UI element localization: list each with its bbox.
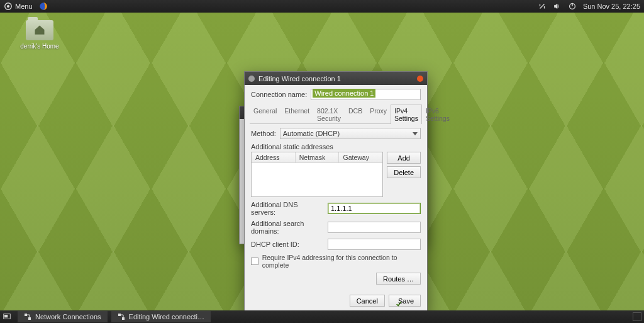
tab-general[interactable]: General [250, 105, 280, 124]
top-panel: Menu Sun Nov 25, 22:25 [0, 0, 644, 13]
dns-input[interactable] [328, 203, 421, 214]
dhcp-client-id-label: DHCP client ID: [251, 241, 324, 248]
method-combo[interactable]: Automatic (DHCP) [280, 128, 421, 139]
connection-name-value: Wired connection 1 [313, 89, 375, 98]
col-address: Address [252, 152, 296, 162]
menu-label: Menu [15, 3, 33, 10]
titlebar[interactable]: Editing Wired connection 1 [245, 72, 427, 85]
save-button[interactable]: Save [389, 295, 421, 307]
add-button[interactable]: Add [387, 152, 421, 164]
home-folder-label: derrik's Home [18, 43, 62, 50]
home-folder-icon[interactable]: derrik's Home [18, 20, 62, 50]
window-title: Editing Wired connection 1 [258, 75, 413, 82]
house-icon [30, 24, 50, 37]
delete-button[interactable]: Delete [387, 166, 421, 178]
connection-name-input[interactable]: Wired connection 1 [311, 89, 421, 100]
addresses-section-label: Additional static addresses [251, 143, 421, 150]
task-label: Editing Wired connecti… [129, 313, 204, 320]
volume-tray-icon[interactable] [553, 2, 562, 11]
network-icon [118, 313, 125, 320]
svg-rect-9 [118, 314, 121, 316]
require-ipv4-checkbox[interactable] [251, 258, 258, 265]
svg-rect-7 [25, 314, 27, 316]
cancel-button[interactable]: Cancel [350, 295, 385, 307]
tab-ethernet[interactable]: Ethernet [280, 105, 313, 124]
save-label: Save [398, 297, 414, 305]
tab-8021x[interactable]: 802.1X Security [313, 105, 345, 124]
tab-proxy[interactable]: Proxy [366, 105, 391, 124]
menu-icon [4, 2, 13, 11]
method-label: Method: [251, 130, 276, 137]
method-value: Automatic (DHCP) [283, 130, 340, 137]
close-icon[interactable] [417, 76, 423, 82]
col-gateway: Gateway [339, 152, 382, 162]
chevron-down-icon [413, 132, 418, 135]
task-editing-connection[interactable]: Editing Wired connecti… [111, 311, 211, 322]
svg-rect-6 [5, 315, 8, 317]
svg-point-1 [7, 5, 9, 8]
power-tray-icon[interactable] [568, 2, 577, 11]
search-domains-input[interactable] [328, 222, 421, 233]
tab-dcb[interactable]: DCB [345, 105, 366, 124]
task-network-connections[interactable]: Network Connections [18, 311, 108, 322]
task-label: Network Connections [35, 313, 101, 320]
clock[interactable]: Sun Nov 25, 22:25 [583, 3, 640, 10]
col-netmask: Netmask [296, 152, 340, 162]
menu-button[interactable]: Menu [4, 2, 33, 11]
addresses-table[interactable]: Address Netmask Gateway [251, 152, 383, 197]
tab-ipv6[interactable]: IPv6 Settings [422, 105, 453, 124]
bottom-panel: Network Connections Editing Wired connec… [0, 310, 644, 323]
edit-connection-dialog: Editing Wired connection 1 Connection na… [244, 71, 428, 314]
network-icon [24, 313, 31, 320]
network-tray-icon[interactable] [538, 2, 547, 11]
workspace-switcher[interactable] [633, 312, 641, 321]
dhcp-client-id-input[interactable] [328, 239, 421, 250]
require-ipv4-label: Require IPv4 addressing for this connect… [262, 254, 421, 269]
firefox-icon[interactable] [39, 2, 48, 11]
tab-bar: General Ethernet 802.1X Security DCB Pro… [250, 104, 422, 124]
routes-button[interactable]: Routes … [376, 273, 421, 285]
minimize-icon[interactable] [248, 76, 255, 82]
connection-name-label: Connection name: [251, 91, 307, 98]
tab-ipv4[interactable]: IPv4 Settings [391, 105, 422, 124]
dns-label: Additional DNS servers: [251, 201, 324, 216]
show-desktop-icon[interactable] [3, 312, 11, 321]
search-domains-label: Additional search domains: [251, 220, 324, 235]
